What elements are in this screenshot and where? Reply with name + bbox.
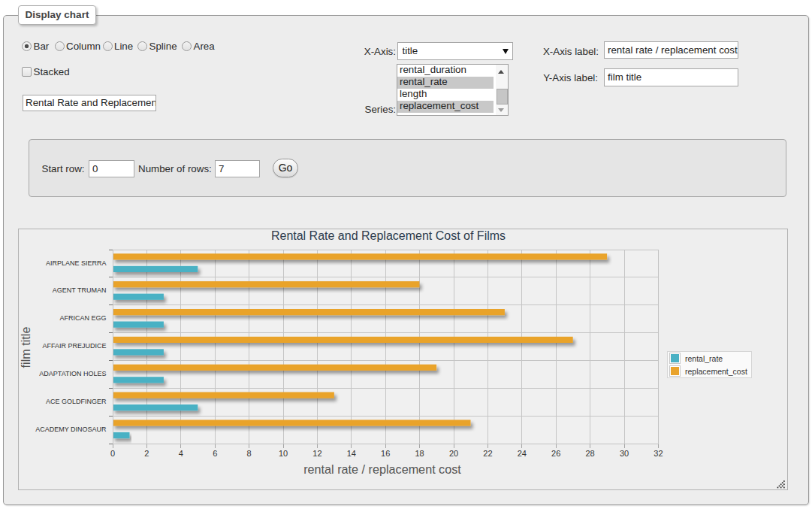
svg-text:rental rate / replacement cost: rental rate / replacement cost [303,462,461,476]
svg-text:film title: film title [19,327,32,368]
svg-text:ACADEMY DINOSAUR: ACADEMY DINOSAUR [35,426,107,433]
svg-text:rental_rate: rental_rate [685,354,723,363]
svg-text:22: 22 [483,449,492,458]
svg-text:replacement_cost: replacement_cost [685,367,747,376]
svg-text:32: 32 [654,449,663,458]
svg-text:AFFAIR PREJUDICE: AFFAIR PREJUDICE [42,342,106,350]
svg-text:28: 28 [585,449,594,458]
svg-text:26: 26 [551,449,560,458]
svg-text:2: 2 [144,449,149,458]
svg-text:AFRICAN EGG: AFRICAN EGG [59,314,106,322]
svg-text:AIRPLANE SIERRA: AIRPLANE SIERRA [46,259,107,267]
svg-text:12: 12 [312,449,321,458]
svg-text:AGENT TRUMAN: AGENT TRUMAN [53,286,107,294]
svg-text:8: 8 [247,449,252,458]
svg-text:4: 4 [179,449,183,458]
svg-text:ADAPTATION HOLES: ADAPTATION HOLES [39,370,106,377]
svg-text:14: 14 [347,449,356,458]
svg-text:24: 24 [518,449,527,458]
svg-text:20: 20 [449,449,458,458]
svg-text:6: 6 [213,449,217,458]
svg-text:ACE GOLDFINGER: ACE GOLDFINGER [46,398,107,405]
svg-text:16: 16 [381,449,390,458]
svg-text:10: 10 [279,449,288,458]
svg-text:Rental Rate and Replacement Co: Rental Rate and Replacement Cost of Film… [271,229,506,242]
svg-text:30: 30 [620,449,629,458]
svg-text:0: 0 [110,449,115,458]
svg-text:18: 18 [415,449,424,458]
